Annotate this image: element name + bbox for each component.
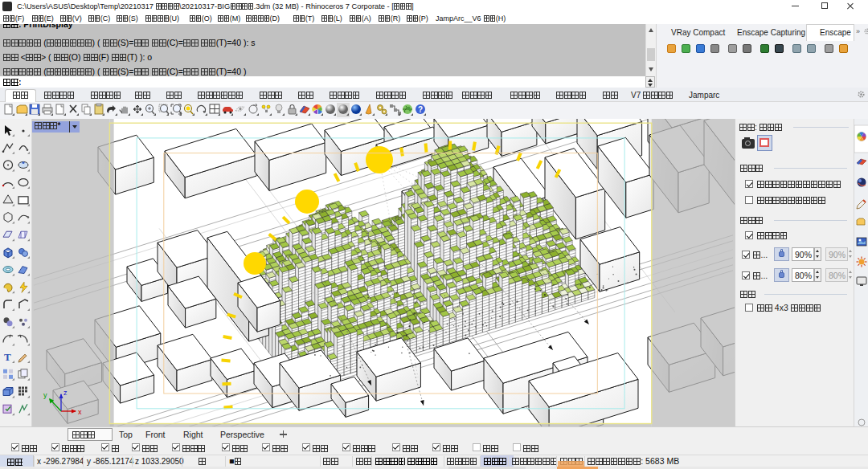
- svg-text:T: T: [4, 351, 11, 363]
- svg-text:z: z: [63, 389, 68, 397]
- svg-text:x: x: [78, 408, 82, 416]
- svg-text:?: ?: [418, 105, 423, 114]
- svg-text:y: y: [43, 391, 47, 399]
